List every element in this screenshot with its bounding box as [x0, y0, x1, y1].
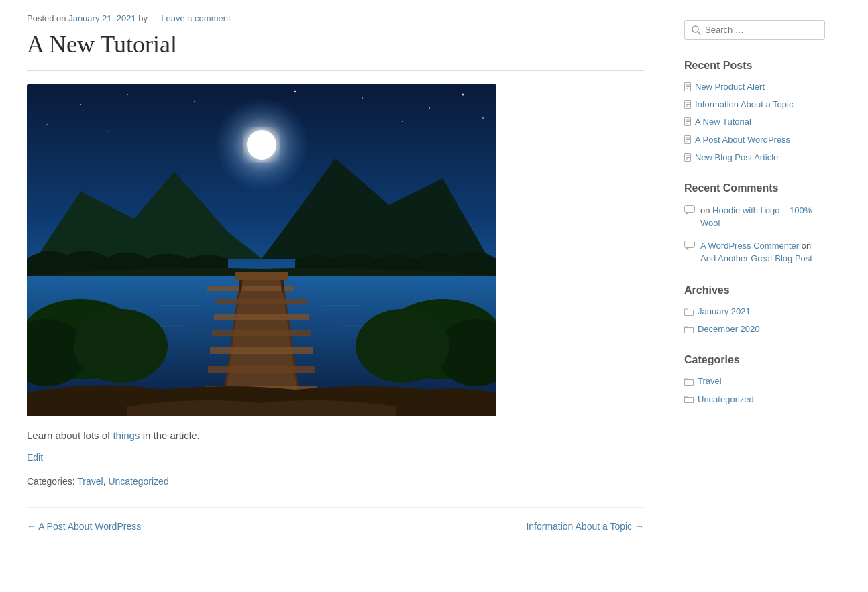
- comment-post-link[interactable]: Hoodie with Logo – 100% Wool: [700, 205, 812, 229]
- list-item: Information About a Topic: [684, 99, 825, 111]
- svg-point-5: [362, 97, 363, 99]
- document-icon: [684, 100, 691, 109]
- svg-point-10: [107, 131, 108, 132]
- document-icon: [684, 153, 691, 162]
- svg-point-3: [194, 101, 195, 102]
- categories-section: Categories Travel Uncategorized: [684, 354, 825, 405]
- list-item: December 2020: [684, 323, 825, 335]
- svg-rect-27: [210, 347, 313, 354]
- folder-icon: [684, 308, 694, 316]
- prev-post-link[interactable]: A Post About WordPress: [27, 521, 141, 532]
- leave-comment-link[interactable]: Leave a comment: [161, 13, 230, 23]
- post-title: A New Tutorial: [27, 30, 644, 58]
- svg-point-2: [127, 94, 128, 95]
- svg-rect-28: [208, 366, 315, 373]
- archive-link[interactable]: December 2020: [698, 323, 760, 335]
- archive-link[interactable]: January 2021: [698, 306, 751, 318]
- svg-rect-25: [214, 314, 309, 320]
- svg-point-9: [482, 117, 484, 119]
- search-icon: [692, 25, 701, 35]
- archives-section: Archives January 2021 December 2020: [684, 284, 825, 335]
- comment-icon: [684, 241, 695, 250]
- by-label: by: [136, 13, 148, 23]
- comment-text: on Hoodie with Logo – 100% Wool: [700, 204, 825, 230]
- svg-rect-24: [216, 299, 307, 304]
- svg-rect-64: [685, 241, 695, 247]
- main-content: Posted on January 21, 2021 by — Leave a …: [27, 13, 644, 532]
- list-item: New Product Alert: [684, 81, 825, 93]
- list-item: New Blog Post Article: [684, 152, 825, 164]
- comment-item: A WordPress Commenter on And Another Gre…: [684, 239, 825, 265]
- folder-icon: [684, 326, 694, 333]
- comment-icon: [684, 205, 695, 215]
- post-edit-section: Edit: [27, 452, 644, 463]
- recent-posts-title: Recent Posts: [684, 60, 825, 72]
- search-input[interactable]: [705, 25, 818, 35]
- archives-list: January 2021 December 2020: [684, 306, 825, 335]
- svg-point-36: [74, 309, 168, 383]
- recent-posts-section: Recent Posts New Product Alert: [684, 60, 825, 164]
- svg-line-41: [698, 32, 700, 34]
- post-divider: [27, 70, 644, 71]
- document-icon: [684, 135, 691, 144]
- recent-post-link[interactable]: A Post About WordPress: [695, 134, 790, 146]
- edit-link[interactable]: Edit: [27, 452, 43, 463]
- categories-label: Categories:: [27, 476, 77, 487]
- svg-point-1: [80, 104, 81, 105]
- comment-text: A WordPress Commenter on And Another Gre…: [700, 239, 825, 265]
- svg-rect-26: [212, 330, 311, 336]
- svg-rect-62: [685, 205, 695, 212]
- recent-post-link[interactable]: New Blog Post Article: [695, 152, 778, 164]
- category-link[interactable]: Uncategorized: [698, 394, 754, 406]
- svg-point-11: [402, 121, 403, 122]
- post-excerpt: Learn about lots of things in the articl…: [27, 430, 644, 441]
- posted-on-label: Posted on: [27, 13, 68, 23]
- excerpt-text-before: Learn about lots of: [27, 430, 113, 441]
- category-link[interactable]: Travel: [698, 375, 722, 388]
- comment-on: on: [799, 241, 811, 251]
- next-post-link[interactable]: Information About a Topic: [526, 521, 644, 532]
- excerpt-text-after: in the article.: [140, 430, 199, 441]
- svg-point-6: [429, 107, 430, 109]
- comment-post-link[interactable]: And Another Great Blog Post: [700, 253, 812, 263]
- svg-point-39: [356, 309, 449, 383]
- commenter-link[interactable]: A WordPress Commenter: [700, 241, 799, 251]
- post-date-link[interactable]: January 21, 2021: [68, 13, 135, 23]
- recent-posts-list: New Product Alert Information About a To…: [684, 81, 825, 164]
- post-navigation: A Post About WordPress Information About…: [27, 507, 644, 532]
- list-item: A New Tutorial: [684, 116, 825, 128]
- category-travel[interactable]: Travel: [77, 476, 103, 487]
- svg-point-4: [294, 91, 296, 92]
- list-item: A Post About WordPress: [684, 134, 825, 146]
- svg-rect-33: [235, 272, 288, 280]
- excerpt-things-link[interactable]: things: [113, 430, 140, 441]
- svg-point-13: [247, 130, 276, 160]
- recent-post-link[interactable]: Information About a Topic: [695, 99, 793, 111]
- post-categories: Categories: Travel, Uncategorized: [27, 476, 644, 487]
- recent-post-link[interactable]: New Product Alert: [695, 81, 765, 93]
- category-uncategorized[interactable]: Uncategorized: [108, 476, 168, 487]
- post-featured-image: [27, 84, 496, 416]
- folder-icon: [684, 378, 694, 386]
- categories-list: Travel Uncategorized: [684, 375, 825, 405]
- separator: —: [150, 13, 162, 23]
- post-meta: Posted on January 21, 2021 by — Leave a …: [27, 13, 644, 23]
- list-item: Uncategorized: [684, 394, 825, 406]
- recent-comments-title: Recent Comments: [684, 182, 825, 194]
- archives-title: Archives: [684, 284, 825, 296]
- sidebar: Recent Posts New Product Alert: [684, 13, 825, 532]
- categories-title: Categories: [684, 354, 825, 366]
- recent-comments-section: Recent Comments on Hoodie with Logo – 10…: [684, 182, 825, 265]
- svg-marker-63: [686, 213, 689, 215]
- list-item: Travel: [684, 375, 825, 388]
- svg-point-7: [462, 94, 464, 96]
- list-item: January 2021: [684, 306, 825, 318]
- recent-post-link[interactable]: A New Tutorial: [695, 116, 751, 128]
- comment-item: on Hoodie with Logo – 100% Wool: [684, 204, 825, 230]
- document-icon: [684, 82, 691, 91]
- comment-on: on: [700, 205, 712, 215]
- svg-marker-65: [686, 248, 689, 250]
- document-icon: [684, 117, 691, 126]
- search-box[interactable]: [684, 20, 825, 40]
- svg-point-8: [46, 124, 48, 125]
